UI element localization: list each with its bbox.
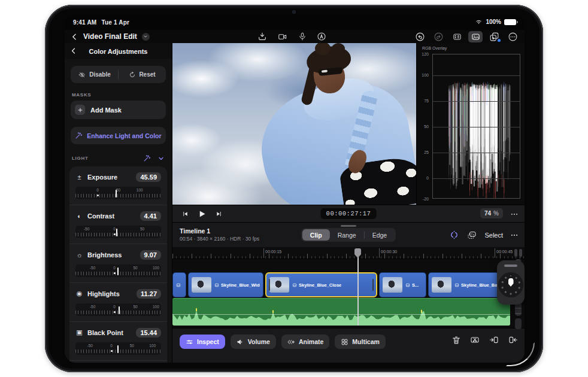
more-options-icon[interactable] [505,31,520,42]
tool-select-label[interactable]: Select [484,232,503,239]
light-sliders-group: ±Exposure45.59 050100 ◐Contrast4.41 -500… [69,166,167,363]
battery-icon [504,19,516,25]
slider-origin-dot [111,350,113,352]
select-tool-icon[interactable] [466,230,477,240]
ipad-device: 9:41 AM Tue 1 Apr 100% Video Final Edit [45,5,543,372]
playhead[interactable] [357,248,359,326]
speaker-icon [237,338,244,346]
exposure-icon: ± [75,174,83,181]
brightness-slider[interactable]: -50050100 [75,264,161,277]
slider-cursor[interactable] [119,306,120,314]
insert-clip-icon[interactable] [489,335,499,345]
highlights-slider[interactable]: -50050100 [75,303,161,316]
timeline-clip[interactable]: Skyline_Blue_Close [265,272,377,297]
ruler-tick-label: 50 [140,227,144,231]
slider-label: Highlights [87,290,132,297]
audio-track[interactable] [172,298,510,326]
slider-value[interactable]: 9.07 [140,250,161,260]
timeline-clip[interactable]: Skyline_Blue_Background [428,272,508,297]
slider-label: Brightness [87,251,136,259]
timeline-ruler[interactable]: 00:00:1500:00:3000:00:45 [172,248,525,259]
panel-drag-handle[interactable] [341,225,356,227]
effects-library-icon[interactable] [487,31,501,42]
slider-highlights: ◉Highlights11.27 -50050100 [69,282,167,321]
volume-line[interactable] [172,314,510,315]
add-mask-label: Add Mask [90,107,122,114]
slider-label: Contrast [87,212,136,220]
previous-frame-button[interactable] [182,211,189,217]
delete-clip-icon[interactable] [451,335,461,345]
layout-panels-icon[interactable] [450,31,464,42]
timecode-display[interactable]: 00:00:27:17 [321,208,377,219]
volume-button[interactable]: Volume [231,335,276,349]
import-icon[interactable] [257,32,267,41]
camera-icon[interactable] [277,32,288,41]
button-label: Inspect [197,338,219,345]
black-point-slider[interactable]: -50050100 [75,342,161,355]
enhance-light-color-button[interactable]: Enhance Light and Color [71,127,166,144]
pencil-tool-icon[interactable] [317,32,326,41]
slider-cursor[interactable] [117,345,119,353]
ruler-tick-label: 50 [133,266,137,270]
jog-pointer [508,278,514,287]
animate-button[interactable]: Animate [281,335,329,349]
clip-media-icon [214,283,219,287]
light-section-label: LIGHT [72,156,143,161]
disable-button[interactable]: Disable [71,66,118,83]
masks-section-label: MASKS [72,92,165,98]
timeline-clip[interactable]: Skyline_Blue_Wide [188,272,263,297]
black-point-icon: ▣ [75,329,83,336]
contrast-slider[interactable]: -50050 [75,226,161,238]
redo-icon[interactable] [431,31,445,42]
viewer-zoom-control[interactable]: 74 % [480,208,503,218]
slider-black-point: ▣Black Point15.44 -50050100 [69,321,167,360]
jog-dial[interactable] [498,272,523,297]
mode-edge-button[interactable]: Edge [365,229,395,241]
microphone-icon[interactable] [298,32,307,41]
add-mask-button[interactable]: Add Mask [71,101,166,119]
ruler-tick-label: 0 [113,305,116,309]
timeline-clip[interactable]: S... [379,272,426,297]
jog-wheel[interactable] [497,260,525,305]
timeline-toolbar: Inspect Volume Animate Multicam [172,328,525,363]
light-wand-icon[interactable] [143,154,151,162]
split-clip-icon[interactable] [469,335,480,345]
ruler-mark: 00:00:15 [263,248,264,258]
snapping-icon[interactable] [449,230,459,240]
mode-range-button[interactable]: Range [330,229,364,241]
timeline-more-icon[interactable] [510,231,519,239]
slider-cursor[interactable] [116,229,117,236]
panel-back-icon[interactable] [70,47,77,55]
scope-gridline [433,178,520,179]
undo-icon[interactable] [413,31,427,42]
ruler-mark: 00:00:45 [495,248,495,258]
collapse-chevron-icon[interactable] [157,155,165,162]
media-browser-icon[interactable] [468,31,483,42]
mode-clip-button[interactable]: Clip [302,229,330,241]
slider-value[interactable]: 4.41 [140,211,161,221]
next-frame-button[interactable] [216,211,222,217]
slider-value[interactable]: 11.27 [137,289,161,299]
slider-cursor[interactable] [117,267,119,275]
slider-value[interactable]: 45.59 [136,172,161,182]
back-icon[interactable] [71,33,78,41]
subject-figure [172,43,416,205]
title-menu-chevron-icon[interactable] [142,33,150,41]
inspect-button[interactable]: Inspect [180,335,225,349]
timeline-clip[interactable]: Sk... [172,272,186,297]
rgb-overlay-scope: RGB Overlay 1201007550250-20 [416,43,525,205]
scope-gridline [433,101,520,102]
slider-label: Black Point [87,329,132,336]
video-preview[interactable] [172,43,416,205]
slider-value[interactable]: 15.44 [136,328,161,338]
jog-grip-handle[interactable] [504,264,517,267]
exposure-slider[interactable]: 050100 [75,187,161,199]
reset-button[interactable]: Reset [119,66,166,83]
multicam-button[interactable]: Multicam [335,335,386,349]
scope-tick-label: 50 [424,124,429,129]
play-button[interactable] [198,209,207,218]
screen: 9:41 AM Tue 1 Apr 100% Video Final Edit [65,15,525,363]
project-title[interactable]: Video Final Edit [83,32,137,41]
viewer-more-icon[interactable] [510,210,519,218]
ruler-tick-label: 0 [113,266,116,270]
